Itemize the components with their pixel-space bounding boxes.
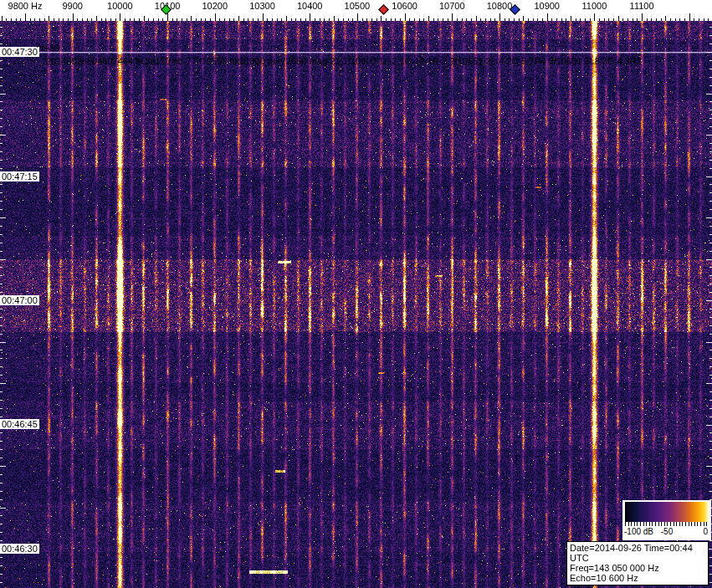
time-offset-annotation: ^t+30 bbox=[37, 43, 59, 53]
legend-mid-label: -50 bbox=[661, 527, 673, 536]
db-gradient-bar bbox=[625, 502, 709, 522]
time-tick-label: 00:46:30 bbox=[0, 544, 39, 554]
time-tick-label: 00:47:00 bbox=[0, 295, 39, 305]
info-frequency: Freq=143 050 000 Hz bbox=[570, 563, 708, 573]
freq-tick-label: 10300 bbox=[249, 1, 275, 11]
waterfall-area: 00:47:3000:47:1500:47:0000:46:4500:46:30… bbox=[0, 21, 712, 588]
freq-tick-label: 10900 bbox=[534, 1, 560, 11]
meteor-waterfall-display: 9800 Hz990010000101001020010300104001050… bbox=[0, 0, 712, 588]
freq-tick-label: 9800 Hz bbox=[8, 1, 43, 11]
db-legend-labels: -100 dB -50 0 bbox=[622, 527, 711, 539]
freq-tick-label: 10600 bbox=[392, 1, 417, 11]
freq-tick-label: 10000 bbox=[107, 1, 133, 11]
time-tick-label: 00:47:30 bbox=[0, 47, 39, 57]
freq-tick-label: 10200 bbox=[202, 1, 228, 11]
freq-tick-label: 11000 bbox=[582, 1, 607, 11]
spectrogram-canvas bbox=[0, 21, 712, 588]
freq-tick-label: 10500 bbox=[345, 1, 371, 11]
info-station-id: HPHK bbox=[570, 583, 708, 588]
time-tick-label: 00:46:45 bbox=[0, 419, 39, 429]
info-date-time: Date=2014-09-26 Time=00:44 UTC bbox=[570, 543, 708, 563]
freq-tick-label: 10800 bbox=[487, 1, 513, 11]
observation-info-box: Date=2014-09-26 Time=00:44 UTC Freq=143 … bbox=[566, 541, 709, 585]
time-tick-label: 00:47:15 bbox=[0, 171, 39, 182]
detection-data-annotation: 20140926004607464 hCnt170 nb-77 f10599 h… bbox=[46, 56, 642, 66]
freq-tick-label: 11100 bbox=[630, 1, 654, 11]
db-color-legend: -100 dB -50 0 bbox=[622, 500, 711, 540]
legend-max-label: 0 bbox=[703, 527, 708, 536]
db-legend-ticks bbox=[625, 522, 709, 526]
freq-tick-label: 10400 bbox=[297, 1, 323, 11]
info-echo-frequency: Echo=10 600 Hz bbox=[570, 573, 708, 583]
freq-tick-label: 10700 bbox=[439, 1, 465, 11]
legend-min-label: -100 dB bbox=[624, 527, 653, 536]
freq-tick-label: 9900 bbox=[62, 1, 82, 11]
frequency-axis: 9800 Hz990010000101001020010300104001050… bbox=[0, 0, 712, 21]
